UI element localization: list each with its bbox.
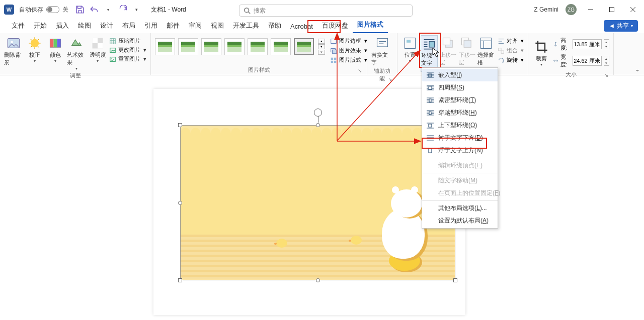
undo-icon[interactable] [90, 5, 99, 14]
wrap-menu-item[interactable]: 穿越型环绕(H) [422, 106, 498, 119]
tab-references[interactable]: 引用 [140, 19, 162, 33]
svg-rect-21 [405, 38, 415, 49]
crop-button[interactable]: 裁剪▾ [532, 39, 551, 67]
style-thumb-1[interactable] [155, 38, 175, 55]
selection-pane-button[interactable]: 选择窗格 [477, 35, 495, 66]
bring-forward-button[interactable]: 上移一层▾ [440, 35, 457, 71]
share-caret: ▾ [631, 24, 633, 28]
tab-design[interactable]: 设计 [96, 19, 118, 33]
width-input[interactable] [573, 56, 602, 66]
wrap-menu-item[interactable]: 四周型(S) [422, 81, 498, 94]
gallery-expand[interactable]: ▿ [318, 50, 325, 55]
change-picture-icon [109, 47, 116, 54]
wrap-menu-item: 在页面上的位置固定(F) [422, 187, 498, 199]
tab-baidu[interactable]: 百度网盘 [317, 19, 353, 33]
align-button[interactable]: 对齐▾ [498, 37, 524, 45]
style-thumb-2[interactable] [178, 38, 198, 55]
svg-rect-13 [331, 39, 337, 43]
compress-pictures-button[interactable]: 压缩图片 [109, 37, 146, 45]
artistic-effects-button[interactable]: 艺术效果▾ [67, 35, 86, 71]
svg-rect-15 [332, 50, 337, 53]
tab-draw[interactable]: 绘图 [73, 19, 96, 33]
resize-handle-ml[interactable] [178, 201, 182, 205]
change-picture-button[interactable]: 更改图片▾ [109, 46, 146, 54]
compress-icon [109, 38, 116, 45]
style-thumb-7[interactable] [294, 38, 314, 55]
image-bear [382, 208, 425, 259]
qat-customize-caret[interactable]: ▾ [132, 5, 141, 14]
size-launcher[interactable]: ↘ [603, 72, 609, 78]
tab-layout[interactable]: 布局 [118, 19, 140, 33]
wrap-menu-item[interactable]: 其他布局选项(L)... [422, 202, 498, 215]
resize-handle-bm[interactable] [316, 278, 320, 282]
height-spinner[interactable]: ▴▾ [604, 39, 609, 49]
tab-developer[interactable]: 开发工具 [228, 19, 264, 33]
tab-picture-format[interactable]: 图片格式 [353, 18, 388, 33]
style-thumb-5[interactable] [248, 38, 268, 55]
resize-handle-tm[interactable] [316, 123, 320, 127]
tab-home[interactable]: 开始 [29, 19, 51, 33]
rotate-handle[interactable] [314, 109, 322, 117]
ax-launcher[interactable]: ↘ [387, 76, 393, 82]
minimize-button[interactable] [584, 3, 598, 17]
wrap-menu-item[interactable]: 紧密型环绕(T) [422, 94, 498, 106]
tab-insert[interactable]: 插入 [51, 19, 73, 33]
gallery-scroll-down[interactable]: ▾ [318, 44, 325, 49]
search-placeholder: 搜索 [254, 7, 266, 15]
wrap-menu-label: 浮于文字上方(N) [438, 146, 483, 155]
autosave-toggle[interactable] [46, 6, 59, 13]
tab-help[interactable]: 帮助 [264, 19, 286, 33]
maximize-button[interactable] [605, 3, 619, 17]
tab-mailings[interactable]: 邮件 [162, 19, 184, 33]
collapse-ribbon-button[interactable]: ⌄ [635, 66, 640, 73]
search-box[interactable]: 搜索 [239, 5, 413, 17]
picture-styles-gallery[interactable]: ▴ ▾ ▿ [155, 35, 325, 55]
picture-effects-button[interactable]: 图片效果▾ [330, 47, 367, 54]
transparency-button[interactable]: 透明度▾ [88, 35, 107, 63]
style-thumb-6[interactable] [271, 38, 291, 55]
group-icon [498, 47, 505, 54]
alt-text-button[interactable]: 替换文字 [371, 35, 393, 66]
corrections-button[interactable]: 校正▾ [25, 35, 44, 63]
wrap-menu-item[interactable]: 衬于文字下方(D) [422, 132, 498, 144]
svg-rect-29 [499, 48, 501, 50]
user-avatar[interactable]: ZG [566, 4, 577, 15]
tab-review[interactable]: 审阅 [184, 19, 206, 33]
redo-icon[interactable] [118, 5, 127, 14]
group-label-size: 大小 [566, 71, 577, 77]
resize-handle-tl[interactable] [178, 123, 182, 127]
selected-image[interactable] [180, 125, 455, 280]
tab-acrobat[interactable]: Acrobat [286, 20, 317, 33]
group-button[interactable]: 组合▾ [498, 47, 524, 54]
width-spinner[interactable]: ▴▾ [604, 56, 609, 66]
tab-view[interactable]: 视图 [206, 19, 228, 33]
undo-more-caret[interactable]: ▾ [104, 5, 113, 14]
resize-handle-bl[interactable] [178, 278, 182, 282]
wrap-menu-item[interactable]: 浮于文字上方(N) [422, 144, 498, 157]
position-button[interactable]: 位置▾ [401, 35, 419, 63]
wrap-menu-label: 四周型(S) [438, 83, 464, 92]
height-input[interactable] [573, 39, 602, 49]
picture-border-button[interactable]: 图片边框▾ [330, 37, 367, 45]
wrap-menu-item[interactable]: 嵌入型(I) [422, 69, 498, 81]
style-thumb-3[interactable] [201, 38, 221, 55]
send-backward-button[interactable]: 下移一层▾ [459, 35, 476, 71]
svg-rect-25 [443, 38, 450, 45]
reset-picture-button[interactable]: 重置图片▾ [109, 55, 146, 63]
picture-layout-button[interactable]: 图片版式▾ [330, 56, 367, 64]
position-icon [403, 36, 417, 50]
close-button[interactable] [626, 3, 640, 17]
remove-background-button[interactable]: 删除背景 [4, 35, 23, 66]
gallery-scroll-up[interactable]: ▴ [318, 39, 325, 44]
resize-handle-br[interactable] [453, 278, 457, 282]
wrap-menu-item[interactable]: 设置为默认布局(A) [422, 215, 498, 227]
share-button[interactable]: 共享 ▾ [604, 20, 638, 32]
tab-file[interactable]: 文件 [7, 19, 29, 33]
wrap-option-icon [426, 84, 434, 91]
color-button[interactable]: 颜色▾ [46, 35, 65, 63]
style-thumb-4[interactable] [224, 38, 245, 55]
wrap-menu-item[interactable]: 上下型环绕(O) [422, 119, 498, 132]
save-icon[interactable] [75, 5, 85, 14]
styles-launcher[interactable]: ↘ [357, 68, 363, 74]
rotate-button[interactable]: 旋转▾ [498, 56, 524, 64]
